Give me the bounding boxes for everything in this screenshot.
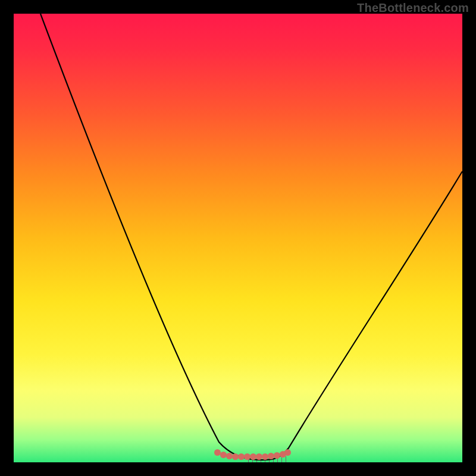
watermark-text: TheBottleneck.com <box>357 1 469 15</box>
bottleneck-gradient-background <box>14 14 462 462</box>
plot-area <box>14 14 462 462</box>
chart-frame: TheBottleneck.com <box>0 0 476 476</box>
